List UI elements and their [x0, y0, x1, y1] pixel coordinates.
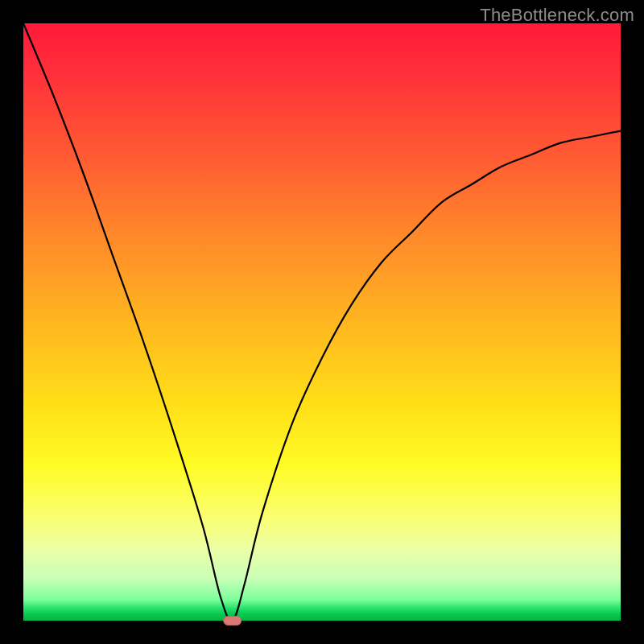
- watermark-text: TheBottleneck.com: [480, 5, 634, 26]
- bottleneck-curve: [23, 23, 621, 621]
- curve-path: [23, 23, 621, 621]
- plot-area: [23, 23, 621, 621]
- minimum-marker: [224, 617, 242, 625]
- chart-frame: TheBottleneck.com: [0, 0, 644, 644]
